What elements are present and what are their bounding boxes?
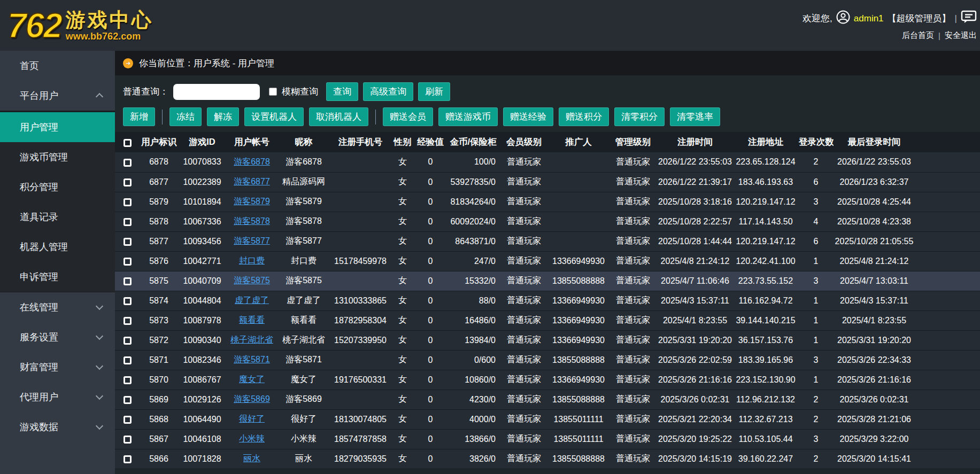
user-account-link[interactable]: 游客5875 xyxy=(234,276,270,285)
backend-home-link[interactable]: 后台首页 xyxy=(902,30,934,41)
user-account-link[interactable]: 游客6878 xyxy=(234,157,270,166)
cell-reg_time: 2025/10/28 1:44:44 xyxy=(657,231,733,251)
action-button[interactable]: 清零逃率 xyxy=(670,107,720,126)
sidebar-item-home[interactable]: 首页 xyxy=(0,51,115,81)
sidebar-item-points-management[interactable]: 积分管理 xyxy=(0,172,115,202)
user-account-link[interactable]: 游客5877 xyxy=(234,236,270,245)
cell-level: 普通玩家 xyxy=(500,271,548,291)
action-button[interactable]: 赠送游戏币 xyxy=(438,107,498,126)
row-checkbox[interactable] xyxy=(124,376,132,384)
action-button[interactable]: 取消机器人 xyxy=(309,107,368,126)
row-checkbox[interactable] xyxy=(124,198,132,206)
cell-level: 普通玩家 xyxy=(500,192,548,212)
cell-uid: 5868 xyxy=(140,409,178,429)
advanced-query-button[interactable]: 高级查询 xyxy=(363,82,413,101)
column-header: 注册时间 xyxy=(657,132,733,152)
cell-last_login: 2025/3/31 19:20:20 xyxy=(834,330,915,350)
username[interactable]: admin1 xyxy=(854,13,884,24)
breadcrumb-label: 你当前位置：用户系统 - 用户管理 xyxy=(139,57,274,69)
cell-reg_ip: 116.162.94.72 xyxy=(733,291,798,310)
cell-admin: 普通玩家 xyxy=(609,271,657,291)
fuzzy-search-checkbox[interactable] xyxy=(269,88,277,96)
sidebar-item-service-settings[interactable]: 服务设置 xyxy=(0,322,115,352)
cell-promoter: 13366949930 xyxy=(548,330,609,350)
query-button[interactable]: 查询 xyxy=(326,82,358,101)
table-row: 586610071828丽水丽水18279035935女03826/0普通玩家1… xyxy=(115,449,980,469)
cell-promoter: 13366949930 xyxy=(548,370,609,390)
user-account-link[interactable]: 桃子湖北省 xyxy=(230,335,273,344)
user-account-link[interactable]: 丽水 xyxy=(243,454,260,463)
action-button[interactable]: 冻结 xyxy=(169,107,202,126)
row-checkbox[interactable] xyxy=(124,178,132,187)
cell-gid: 10071828 xyxy=(178,449,226,469)
row-checkbox[interactable] xyxy=(124,297,132,305)
logout-link[interactable]: 安全退出 xyxy=(945,30,977,41)
cell-coins: 88/0 xyxy=(446,291,500,310)
cell-gender: 女 xyxy=(391,271,414,291)
sidebar-item-user-management[interactable]: 用户管理 xyxy=(0,112,115,142)
select-all-checkbox[interactable] xyxy=(124,139,132,147)
row-checkbox[interactable] xyxy=(124,436,132,444)
sidebar-item-game-data[interactable]: 游戏数据 xyxy=(0,412,115,442)
message-icon[interactable] xyxy=(961,10,977,27)
sidebar-item-game-coin-management[interactable]: 游戏币管理 xyxy=(0,142,115,172)
cell-level: 普通玩家 xyxy=(500,310,548,330)
cell-gender: 女 xyxy=(391,370,414,390)
action-button[interactable]: 解冻 xyxy=(207,107,239,126)
user-account-link[interactable]: 游客5869 xyxy=(234,394,270,403)
row-checkbox[interactable] xyxy=(124,396,132,404)
refresh-button[interactable]: 刷新 xyxy=(418,82,450,101)
user-account-link[interactable]: 小米辣 xyxy=(239,434,265,443)
row-checkbox[interactable] xyxy=(124,277,132,285)
user-account-link[interactable]: 游客5871 xyxy=(234,355,270,364)
search-input[interactable] xyxy=(173,84,260,100)
row-checkbox[interactable] xyxy=(124,238,132,246)
sidebar-item-label: 在线管理 xyxy=(20,302,58,313)
sidebar-item-agent-users[interactable]: 代理用户 xyxy=(0,382,115,412)
user-account-link[interactable]: 额看看 xyxy=(239,315,265,324)
action-button[interactable]: 赠送会员 xyxy=(383,107,433,126)
cell-last_login: 2025/3/26 22:34:33 xyxy=(834,350,915,370)
user-account-link[interactable]: 游客5878 xyxy=(234,216,270,226)
row-checkbox[interactable] xyxy=(124,337,132,345)
cell-last_login: 2025/3/20 14:15:41 xyxy=(834,449,915,469)
user-account-link[interactable]: 虚了虚了 xyxy=(235,296,269,305)
table-row: 587010086767魔女了魔女了19176500331女010860/0普通… xyxy=(115,370,980,390)
header-divider: | xyxy=(955,13,957,24)
table-row: 587310087978额看看额看看18782958304女016486/0普通… xyxy=(115,310,980,330)
row-checkbox[interactable] xyxy=(124,317,132,325)
action-button[interactable]: 新增 xyxy=(123,107,155,126)
cell-phone xyxy=(330,212,391,231)
user-account-link[interactable]: 游客6877 xyxy=(234,177,270,186)
row-checkbox[interactable] xyxy=(124,159,132,167)
user-account-link[interactable]: 很好了 xyxy=(239,414,265,423)
user-account-link[interactable]: 游客5879 xyxy=(234,197,270,206)
sidebar-item-robot-management[interactable]: 机器人管理 xyxy=(0,232,115,262)
action-button[interactable]: 赠送经验 xyxy=(503,107,553,126)
sidebar-item-online-management[interactable]: 在线管理 xyxy=(0,292,115,322)
row-checkbox[interactable] xyxy=(124,356,132,364)
action-button[interactable]: 清零积分 xyxy=(614,107,665,126)
user-account-link[interactable]: 封口费 xyxy=(239,256,265,265)
cell-coins: 13984/0 xyxy=(446,330,500,350)
sidebar-menu: 首页平台用户用户管理游戏币管理积分管理道具记录机器人管理申诉管理在线管理服务设置… xyxy=(0,51,115,474)
user-account-link[interactable]: 魔女了 xyxy=(239,375,265,384)
cell-promoter xyxy=(548,212,609,231)
cell-uid: 5869 xyxy=(140,390,178,409)
column-header: 经验值 xyxy=(414,132,446,152)
cell-promoter: 13855088888 xyxy=(548,350,609,370)
row-checkbox[interactable] xyxy=(124,416,132,424)
sidebar-item-item-records[interactable]: 道具记录 xyxy=(0,202,115,232)
cell-exp: 0 xyxy=(414,370,446,390)
cell-nick: 桃子湖北省 xyxy=(277,330,330,350)
action-button[interactable]: 设置机器人 xyxy=(244,107,304,126)
sidebar-item-appeal-management[interactable]: 申诉管理 xyxy=(0,262,115,292)
cell-nick: 精品源码网 xyxy=(277,172,330,192)
sidebar-item-wealth-management[interactable]: 财富管理 xyxy=(0,352,115,382)
row-checkbox[interactable] xyxy=(124,258,132,266)
column-header: 性别 xyxy=(391,132,414,152)
action-button[interactable]: 赠送积分 xyxy=(559,107,609,126)
sidebar-item-platform-users[interactable]: 平台用户 xyxy=(0,81,115,111)
row-checkbox[interactable] xyxy=(124,218,132,226)
row-checkbox[interactable] xyxy=(124,455,132,463)
